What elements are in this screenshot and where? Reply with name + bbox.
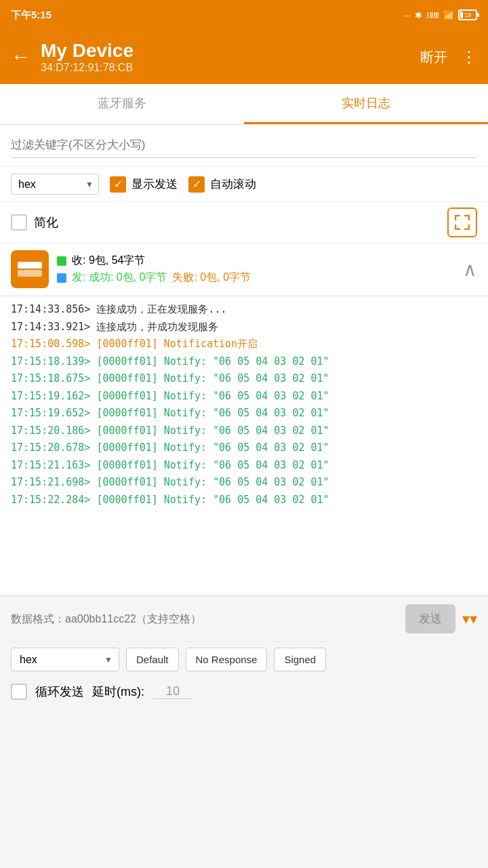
simplify-label: 简化 (34, 214, 58, 231)
log-line: 17:15:18.139> [0000ff01] Notify: "06 05 … (11, 353, 477, 371)
collapse-button[interactable]: ∧ (463, 258, 477, 281)
send-fail-label: 失败: 0包, 0字节 (172, 271, 251, 285)
wifi-icon: 📶 (443, 10, 454, 20)
expand-button[interactable] (447, 208, 477, 237)
simplify-checkbox[interactable] (11, 214, 27, 231)
recv-dot (57, 256, 66, 266)
stats-content: 收: 9包, 54字节 发: 成功: 0包, 0字节 失败: 0包, 0字节 (57, 254, 463, 285)
battery-level: 19 (460, 12, 476, 18)
status-time: 下午5:15 (11, 9, 52, 22)
disconnect-button[interactable]: 断开 (420, 48, 447, 66)
log-line: 17:15:21.163> [0000ff01] Notify: "06 05 … (11, 457, 477, 475)
tab-bar: 蓝牙服务 实时日志 (0, 84, 488, 125)
stats-recv: 收: 9包, 54字节 (57, 254, 463, 268)
loop-row: 循环发送 延时(ms): (0, 677, 488, 707)
filter-section (0, 125, 488, 167)
format-select[interactable]: hex text dec (11, 174, 99, 195)
log-line: 17:14:33.856> 连接成功，正在发现服务... (11, 301, 477, 319)
auto-scroll-checkbox[interactable]: ✓ (188, 176, 205, 193)
battery-icon: 19 (458, 9, 477, 20)
loop-send-label: 循环发送 (35, 684, 84, 700)
log-line: 17:15:19.652> [0000ff01] Notify: "06 05 … (11, 405, 477, 422)
bottom-format-wrapper: hex text dec (11, 648, 119, 671)
show-send-group: ✓ 显示发送 (110, 176, 178, 193)
auto-scroll-group: ✓ 自动滚动 (188, 176, 256, 193)
auto-scroll-label: 自动滚动 (210, 176, 256, 192)
show-send-label: 显示发送 (131, 176, 178, 192)
simplify-left: 简化 (11, 214, 58, 231)
write-type-no-response[interactable]: No Response (186, 648, 268, 671)
loop-send-checkbox[interactable] (11, 684, 27, 700)
app-title-section: My Device 34:D7:12:91:78:CB (41, 40, 420, 74)
stats-icon (11, 250, 49, 288)
log-line: 17:15:20.678> [0000ff01] Notify: "06 05 … (11, 439, 477, 457)
format-selector-wrapper: hex text dec (11, 174, 99, 195)
tab-realtime-log[interactable]: 实时日志 (244, 84, 488, 124)
delay-label: 延时(ms): (92, 684, 144, 700)
log-line: 17:15:18.675> [0000ff01] Notify: "06 05 … (11, 370, 477, 388)
filter-input[interactable] (11, 133, 477, 158)
app-bar: ← My Device 34:D7:12:91:78:CB 断开 ⋮ (0, 30, 488, 84)
stats-icon-bar1 (18, 262, 42, 269)
device-address: 34:D7:12:91:78:CB (41, 62, 420, 74)
log-line: 17:15:20.186> [0000ff01] Notify: "06 05 … (11, 422, 477, 440)
log-line: 17:15:22.284> [0000ff01] Notify: "06 05 … (11, 492, 477, 509)
controls-row: hex text dec ✓ 显示发送 ✓ 自动滚动 (0, 167, 488, 202)
show-send-checkbox[interactable]: ✓ (110, 176, 126, 193)
bottom-controls: hex text dec Default No Response Signed (0, 642, 488, 677)
app-bar-actions: 断开 ⋮ (420, 47, 477, 66)
loop-delay-input[interactable] (152, 684, 193, 699)
log-line: 17:15:19.162> [0000ff01] Notify: "06 05 … (11, 388, 477, 406)
bluetooth-icon: ✱ (415, 10, 422, 20)
signal-dots-icon: ··· (403, 10, 411, 20)
stats-send: 发: 成功: 0包, 0字节 失败: 0包, 0字节 (57, 271, 463, 285)
device-name: My Device (41, 40, 420, 62)
write-type-default[interactable]: Default (126, 648, 179, 671)
status-bar: 下午5:15 ··· ✱ ⅠⅡⅢ 📶 19 (0, 0, 488, 30)
stats-row: 收: 9包, 54字节 发: 成功: 0包, 0字节 失败: 0包, 0字节 ∧ (0, 243, 488, 296)
log-area[interactable]: 17:14:33.856> 连接成功，正在发现服务...17:14:33.921… (0, 297, 488, 595)
write-type-signed[interactable]: Signed (274, 648, 326, 671)
bottom-format-select[interactable]: hex text dec (11, 648, 119, 671)
more-options-icon[interactable]: ⋮ (461, 47, 477, 66)
send-dot (57, 273, 66, 283)
bottom-input-row: 发送 ▾▾ (0, 595, 488, 642)
status-icons: ··· ✱ ⅠⅡⅢ 📶 19 (403, 9, 477, 20)
cellular-icon: ⅠⅡⅢ (426, 10, 439, 20)
log-line: 17:14:33.921> 连接成功，并成功发现服务 (11, 319, 477, 336)
log-line: 17:15:21.698> [0000ff01] Notify: "06 05 … (11, 474, 477, 492)
tab-bluetooth-services[interactable]: 蓝牙服务 (0, 84, 244, 124)
recv-label: 收: 9包, 54字节 (72, 254, 145, 268)
data-input[interactable] (11, 613, 399, 625)
send-button[interactable]: 发送 (405, 604, 455, 633)
simplify-row: 简化 (0, 202, 488, 243)
more-options-dropdown[interactable]: ▾▾ (462, 610, 477, 628)
send-success-label: 发: 成功: 0包, 0字节 (72, 271, 167, 285)
back-button[interactable]: ← (11, 46, 30, 68)
stats-icon-bar2 (18, 270, 42, 277)
log-line: 17:15:00.598> [0000ff01] Notification开启 (11, 336, 477, 353)
